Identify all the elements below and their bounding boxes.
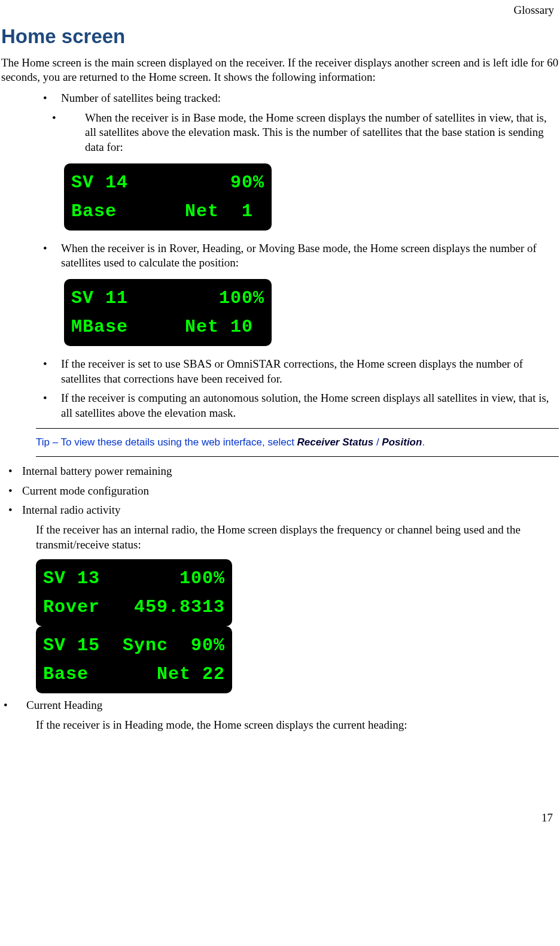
intro-paragraph: The Home screen is the main screen displ… xyxy=(1,56,559,85)
bullet-satellites: Number of satellites being tracked: xyxy=(1,91,559,106)
lcd-screenshot-base: SV 14 90% Base Net 1 xyxy=(64,163,272,231)
bullet-rover-mode: When the receiver is in Rover, Heading, … xyxy=(1,241,559,271)
lcd3a-line1: SV 13 100% xyxy=(43,568,225,589)
bullet-battery: Internal battery power remaining xyxy=(1,464,559,479)
tip-prefix: Tip – To view these details using the we… xyxy=(36,436,297,448)
tip-suffix: . xyxy=(422,436,425,448)
lcd3b-line1: SV 15 Sync 90% xyxy=(43,635,225,656)
bullet-heading: Current Heading xyxy=(1,698,559,713)
tip-mid: / xyxy=(373,436,382,448)
bullet-radio: Internal radio activity xyxy=(1,503,559,518)
lcd1-line2: Base Net 1 xyxy=(71,201,253,222)
divider-top xyxy=(36,428,559,429)
bullet-autonomous: If the receiver is computing an autonomo… xyxy=(1,391,559,420)
tip-bold-1: Receiver Status xyxy=(297,436,374,448)
lcd-screenshot-rover: SV 13 100% Rover 459.8313 xyxy=(36,559,232,626)
tip-text: Tip – To view these details using the we… xyxy=(36,436,559,449)
radio-description: If the receiver has an internal radio, t… xyxy=(1,523,559,552)
lcd-screenshot-mbase: SV 11 100% MBase Net 10 xyxy=(64,279,272,346)
bullet-base-mode: When the receiver is in Base mode, the H… xyxy=(1,111,559,155)
page-title: Home screen xyxy=(1,24,559,50)
divider-bottom xyxy=(36,456,559,457)
header-glossary: Glossary xyxy=(0,0,560,18)
heading-description: If the receiver is in Heading mode, the … xyxy=(1,718,559,733)
lcd-screenshot-sync: SV 15 Sync 90% Base Net 22 xyxy=(36,626,232,693)
lcd3a-line2: Rover 459.8313 xyxy=(43,597,225,617)
lcd2-line1: SV 11 100% xyxy=(71,288,264,308)
tip-bold-2: Position xyxy=(382,436,422,448)
bullet-mode-config: Current mode configuration xyxy=(1,484,559,499)
lcd1-line1: SV 14 90% xyxy=(71,172,264,193)
lcd3b-line2: Base Net 22 xyxy=(43,664,225,684)
page-number: 17 xyxy=(1,811,559,826)
bullet-sbas: If the receiver is set to use SBAS or Om… xyxy=(1,357,559,386)
lcd2-line2: MBase Net 10 xyxy=(71,317,253,337)
